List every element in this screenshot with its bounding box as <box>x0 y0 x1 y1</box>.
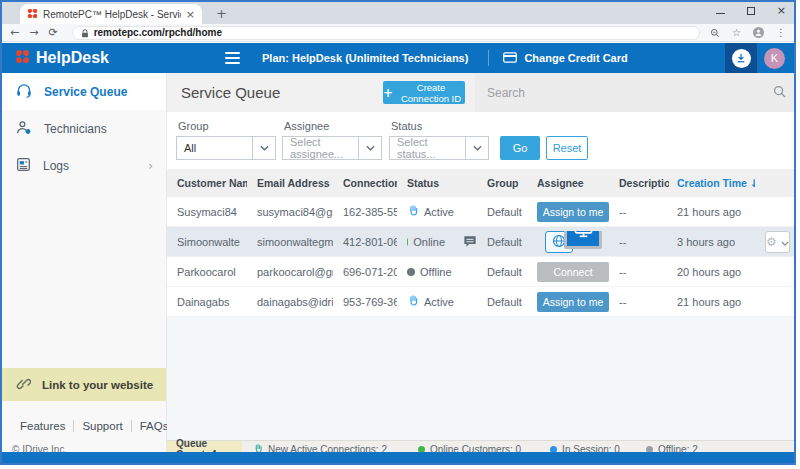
go-button[interactable]: Go <box>500 136 540 160</box>
back-button[interactable]: ← <box>10 26 19 39</box>
sidebar-item-logs[interactable]: Logs › <box>2 147 166 184</box>
status-filter-label: Status <box>391 120 422 132</box>
window-minimize-button[interactable] <box>716 8 725 14</box>
tab-strip: RemotePC™ HelpDesk - Service Q × + × <box>2 2 794 24</box>
group-value: Default <box>477 206 527 218</box>
link-to-website-label: Link to your website <box>42 379 153 391</box>
creation-time: 3 hours ago <box>669 236 755 248</box>
description-value: -- <box>609 266 669 278</box>
create-connection-id-button[interactable]: + Create Connection ID <box>383 81 465 104</box>
reset-button[interactable]: Reset <box>546 136 588 160</box>
page-title: Service Queue <box>181 84 280 101</box>
connection-id: 412-801-064 <box>333 236 397 248</box>
header-divider <box>488 50 489 66</box>
col-description: Description <box>609 177 669 189</box>
col-assignee: Assignee <box>527 177 609 189</box>
active-hand-icon <box>407 294 419 309</box>
helpdesk-logo[interactable]: HelpDesk <box>2 49 167 68</box>
active-hand-icon <box>407 204 419 219</box>
profile-avatar-icon[interactable] <box>753 24 764 42</box>
col-connection-id: Connection ID <box>333 177 397 189</box>
status-filter-select[interactable]: Select status... <box>389 136 489 160</box>
group-filter-label: Group <box>178 120 209 132</box>
headset-icon <box>16 83 32 101</box>
group-value: Default <box>477 236 527 248</box>
url-bar[interactable]: remotepc.com/rpchd/home <box>72 26 700 40</box>
menu-toggle-button[interactable] <box>225 52 240 64</box>
tab-title: RemotePC™ HelpDesk - Service Q <box>43 9 181 20</box>
table-row-selected: Simoonwalte simoonwaltegmail... 412-801-… <box>167 227 796 257</box>
window-close-button[interactable]: × <box>777 5 786 16</box>
email-address: parkoocarol@gmail... <box>247 266 333 278</box>
table-row: Susymaci84 susymaci84@gmail.... 162-385-… <box>167 197 796 227</box>
browser-toolbar: ← → ⟳ remotepc.com/rpchd/home ☆ ⋮ <box>2 24 794 42</box>
search-box <box>475 73 796 112</box>
assignee-filter-placeholder: Select assignee... <box>283 137 358 159</box>
zoom-icon[interactable] <box>710 24 720 42</box>
group-value: Default <box>477 296 527 308</box>
creation-time: 21 hours ago <box>669 296 755 308</box>
sidebar-item-label: Logs <box>43 159 69 173</box>
connect-button[interactable]: Connect <box>537 262 609 282</box>
assign-to-me-button[interactable]: Assign to me <box>537 202 609 222</box>
col-customer-name: Customer Name <box>167 177 247 189</box>
email-address: susymaci84@gmail.... <box>247 206 333 218</box>
sort-down-icon: ↓ <box>750 177 755 189</box>
status-filter-placeholder: Select status... <box>390 137 465 159</box>
link-to-website-button[interactable]: Link to your website <box>2 368 166 401</box>
chevron-down-icon <box>252 137 275 159</box>
offline-status-dot <box>407 268 415 276</box>
customer-name: Parkoocarol <box>167 266 247 278</box>
browser-menu-icon[interactable]: ⋮ <box>776 27 786 38</box>
browser-window: RemotePC™ HelpDesk - Service Q × + × ← →… <box>0 0 796 465</box>
chevron-down-icon <box>465 137 488 159</box>
group-filter-value: All <box>177 137 252 159</box>
customer-name: Simoonwalte <box>167 236 247 248</box>
email-address: dainagabs@idrive.c... <box>247 296 333 308</box>
table-header: Customer Name Email Address Connection I… <box>167 169 796 197</box>
plan-text: Plan: HelpDesk (Unlimited Technicians) <box>262 52 468 64</box>
status-text: Online <box>413 236 445 248</box>
link-icon <box>16 376 31 393</box>
search-input[interactable] <box>487 86 773 100</box>
connection-id: 696-071-202 <box>333 266 397 278</box>
credit-card-icon <box>503 52 517 65</box>
support-link[interactable]: Support <box>73 420 130 432</box>
customer-name: Susymaci84 <box>167 206 247 218</box>
assignee-filter-select[interactable]: Select assignee... <box>282 136 382 160</box>
window-maximize-button[interactable] <box>747 7 755 15</box>
tab-close-icon[interactable]: × <box>186 8 195 21</box>
features-link[interactable]: Features <box>12 420 73 432</box>
sidebar: Service Queue Technicians Logs › Link to… <box>2 73 167 457</box>
technicians-icon <box>16 120 32 138</box>
download-icon <box>732 49 751 68</box>
logs-icon <box>16 157 31 175</box>
sidebar-item-service-queue[interactable]: Service Queue <box>2 73 166 110</box>
creation-time: 21 hours ago <box>669 206 755 218</box>
bookmark-star-icon[interactable]: ☆ <box>732 27 741 38</box>
col-creation-time-sort[interactable]: Creation Time ↓ <box>669 177 755 189</box>
chat-icon[interactable] <box>463 235 477 248</box>
row-settings-dropdown[interactable]: ⚙ <box>765 231 790 253</box>
group-value: Default <box>477 266 527 278</box>
group-filter-select[interactable]: All <box>176 136 276 160</box>
new-tab-button[interactable]: + <box>216 6 227 21</box>
change-credit-card-button[interactable]: Change Credit Card <box>503 52 627 65</box>
assign-to-me-button[interactable]: Assign to me <box>537 292 609 312</box>
download-app-button[interactable] <box>725 43 757 73</box>
chevron-down-icon <box>358 137 381 159</box>
reload-button[interactable]: ⟳ <box>48 26 57 39</box>
sidebar-footer-links: Features Support FAQs <box>12 420 176 432</box>
page-footer-strip <box>2 452 794 463</box>
user-avatar[interactable]: K <box>764 48 785 69</box>
sidebar-item-label: Service Queue <box>44 85 127 99</box>
plus-icon: + <box>383 86 393 100</box>
sidebar-item-technicians[interactable]: Technicians <box>2 110 166 147</box>
description-value: -- <box>609 206 669 218</box>
forward-button[interactable]: → <box>29 26 38 39</box>
browser-tab[interactable]: RemotePC™ HelpDesk - Service Q × <box>20 4 202 24</box>
main-topbar: Service Queue + Create Connection ID <box>167 73 796 112</box>
gear-icon: ⚙ <box>766 236 777 248</box>
col-group: Group <box>477 177 527 189</box>
remote-desktop-button[interactable] <box>564 231 602 249</box>
